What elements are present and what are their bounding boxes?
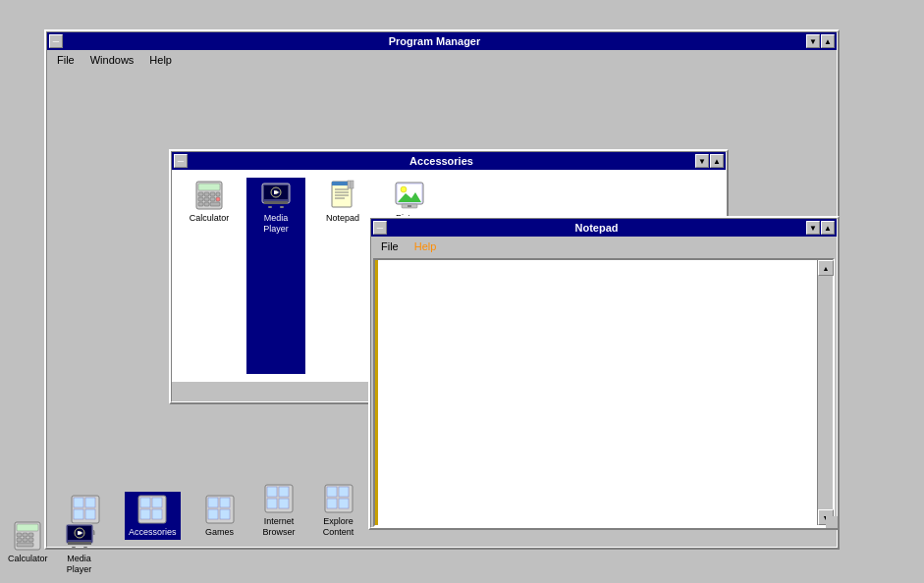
calculator-icon-item[interactable]: Calculator [180,178,239,374]
media-player-label: Media Player [250,213,301,235]
svg-rect-5 [216,192,220,196]
notepad-sysmenu[interactable]: ─ [373,221,387,235]
taskbar-internet-label: Internet Browser [263,516,296,538]
notepad-icon [327,180,358,211]
svg-rect-43 [140,509,150,519]
notepad-minimize[interactable]: ▼ [806,221,820,235]
svg-rect-4 [210,192,215,196]
accessories-titlebar[interactable]: ─ Accessories ▼ ▲ [172,152,726,170]
taskbar-explore-label: Explore Content [323,516,354,538]
svg-rect-52 [279,487,289,497]
desktop-icons: Calculator Media Player [8,520,95,575]
svg-rect-76 [83,547,87,549]
program-manager-titlebar[interactable]: ─ Program Manager ▼ ▲ [47,32,837,50]
svg-rect-47 [220,498,230,507]
svg-rect-12 [210,202,220,206]
notepad-menubar: File Help [371,237,837,256]
accessories-title: Accessories [188,155,695,167]
svg-rect-62 [17,533,22,537]
svg-point-31 [401,186,407,192]
accessories-minimize[interactable]: ▼ [695,154,709,168]
resize-grip[interactable] [826,516,838,528]
taskbar-internet-browser[interactable]: Internet Browser [259,481,299,540]
menu-windows[interactable]: Windows [84,53,140,67]
program-manager-minimize[interactable]: ▼ [806,34,820,48]
notepad-left-border [375,260,378,525]
games-icon [204,494,236,525]
taskbar-games[interactable]: Games [200,492,240,540]
accessories-taskbar-icon [136,494,168,525]
scroll-up-btn[interactable]: ▲ [818,260,834,276]
svg-rect-6 [198,197,203,201]
picture-viewer-icon [394,180,425,211]
svg-rect-56 [327,487,337,497]
notepad-menu-file[interactable]: File [375,239,405,253]
svg-rect-9 [216,197,220,201]
svg-rect-7 [204,197,209,201]
desktop-media-player[interactable]: Media Player [64,520,95,575]
program-manager-menubar: File Windows Help [47,50,837,70]
desktop-media-player-label: Media Player [67,554,92,575]
calculator-icon [193,180,225,211]
svg-rect-57 [339,487,349,497]
svg-rect-44 [152,509,162,519]
scroll-track [818,276,833,509]
svg-rect-8 [210,197,215,201]
svg-rect-66 [23,538,27,542]
svg-rect-65 [17,538,22,542]
notepad-menu-help[interactable]: Help [408,239,443,253]
svg-rect-34 [408,205,411,207]
svg-rect-51 [267,487,277,497]
notepad-titlebar[interactable]: ─ Notepad ▼ ▲ [371,219,837,237]
svg-rect-75 [72,547,76,549]
svg-rect-58 [327,499,337,508]
svg-rect-2 [198,192,203,196]
svg-rect-64 [28,533,33,537]
media-player-icon [260,180,292,211]
notepad-maximize[interactable]: ▲ [821,221,835,235]
svg-rect-63 [23,533,27,537]
desktop-calculator-icon [12,520,43,552]
notepad-title: Notepad [387,222,806,234]
taskbar-explore-content[interactable]: Explore Content [319,481,358,540]
svg-rect-48 [208,509,218,519]
menu-file[interactable]: File [51,53,81,67]
media-player-icon-item[interactable]: Media Player [246,178,305,374]
accessories-sysmenu[interactable]: ─ [174,154,188,168]
svg-rect-19 [268,206,272,208]
program-manager-maximize[interactable]: ▲ [821,34,835,48]
taskbar-accessories[interactable]: Accessories [125,492,181,540]
svg-rect-36 [74,498,83,507]
svg-rect-46 [208,498,218,507]
svg-rect-59 [339,499,349,508]
svg-rect-49 [220,509,230,519]
svg-rect-1 [198,184,220,190]
svg-rect-54 [279,499,289,508]
internet-browser-icon [263,483,295,514]
accessories-maximize[interactable]: ▲ [710,154,724,168]
svg-rect-68 [17,543,33,547]
notepad-scrollbar-v: ▲ ▼ [817,260,833,525]
notepad-text-input[interactable] [378,260,817,525]
svg-rect-53 [267,499,277,508]
svg-rect-74 [68,542,91,545]
notepad-textarea[interactable] [375,260,817,525]
taskbar-games-label: Games [205,527,234,538]
svg-rect-10 [198,202,203,206]
program-manager-sysmenu[interactable]: ─ [49,34,63,48]
svg-rect-61 [17,524,38,531]
svg-rect-39 [85,509,95,519]
svg-rect-18 [264,201,288,204]
menu-help[interactable]: Help [143,53,178,67]
desktop: ─ Program Manager ▼ ▲ File Windows Help [0,0,924,583]
svg-rect-3 [204,192,209,196]
calculator-label: Calculator [190,213,230,224]
desktop-calculator-label: Calculator [8,554,48,564]
desktop-calculator[interactable]: Calculator [8,520,48,575]
svg-rect-67 [28,538,33,542]
taskbar-accessories-label: Accessories [129,527,177,538]
notepad-window: ─ Notepad ▼ ▲ File Help [368,216,840,530]
notepad-icon-item[interactable]: Notepad [313,178,372,374]
svg-rect-42 [152,498,162,507]
program-manager-title: Program Manager [63,35,806,47]
